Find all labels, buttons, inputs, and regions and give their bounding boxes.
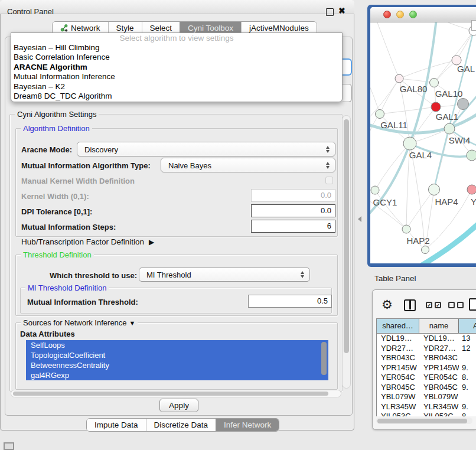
mi-algorithm-type-combo[interactable]: Naive Bayes <box>161 158 335 172</box>
bottom-tabbar: Impute Data Discretize Data Infer Networ… <box>86 418 279 432</box>
table-panel-title: Table Panel <box>374 274 416 283</box>
gear-icon[interactable]: ⚙ <box>382 298 393 312</box>
table-body[interactable]: YDL19…YDL19…13 YDR27…YDR27…12 YBR043CYBR… <box>376 334 476 416</box>
cell: YIL053C <box>377 412 419 416</box>
checked-box-icon: ✓ <box>426 302 432 308</box>
mi-steps-label: Mutual Information Steps: <box>21 223 116 231</box>
data-attributes-list[interactable]: SelfLoops TopologicalCoefficient Between… <box>26 340 328 380</box>
network-icon <box>60 24 68 32</box>
cell: 8. <box>459 412 476 416</box>
table-row[interactable]: YBL079WYBL079W <box>377 392 476 402</box>
minimize-traffic-light-icon[interactable] <box>396 11 404 18</box>
mi-threshold-label: Mutual Information Threshold: <box>27 298 138 306</box>
screen: Control Panel ✖ Network Style Select Cyn… <box>0 0 476 450</box>
checked-box-icon: ✓ <box>435 302 441 308</box>
table-horizontal-scrollbar-thumb[interactable] <box>377 419 467 423</box>
dropdown-item[interactable]: Bayesian – Hill Climbing <box>11 43 342 53</box>
node-hap4[interactable] <box>429 184 440 195</box>
apply-button[interactable]: Apply <box>159 399 198 412</box>
hub-definition-toggle[interactable]: Hub/Transcription Factor Definition▶ <box>21 237 154 246</box>
which-threshold-combo[interactable]: MI Threshold <box>139 268 310 282</box>
split-pane-handle-icon[interactable] <box>358 216 361 222</box>
column-header-name[interactable]: name <box>419 319 459 333</box>
attribute-item-selected[interactable]: gal4RGexp <box>26 370 328 380</box>
node-swi4[interactable] <box>467 150 476 161</box>
zoom-traffic-light-icon[interactable] <box>409 11 417 18</box>
node-gcy1[interactable] <box>371 186 379 194</box>
network-canvas[interactable]: GAL GAL80 GAL10 GAL1 GAL11 SWI4 GAL4 GCY… <box>370 22 476 263</box>
attributes-scrollbar-thumb[interactable] <box>321 342 327 375</box>
cell: 9. <box>459 402 476 412</box>
node-label-hap2: HAP2 <box>406 236 429 246</box>
node-gal1-red[interactable] <box>431 102 441 112</box>
cell: 8. <box>459 373 476 383</box>
settings-horizontal-scrollbar[interactable] <box>11 390 341 397</box>
table-row[interactable]: YPR145WYPR145W9. <box>377 363 476 373</box>
dropdown-item-selected[interactable]: ARACNE Algorithm <box>11 63 342 72</box>
tab-style-label: Style <box>116 24 134 32</box>
settings-horizontal-scrollbar-thumb[interactable] <box>13 392 328 396</box>
node-y-partial[interactable] <box>467 185 476 194</box>
cell: YIL053C <box>419 412 459 416</box>
network-side-control[interactable] <box>471 20 476 31</box>
node-gal1[interactable] <box>444 123 455 134</box>
node-gal80[interactable] <box>395 74 403 83</box>
table-row[interactable]: YBR043CYBR043C <box>377 353 476 363</box>
close-icon[interactable]: ✖ <box>338 6 345 15</box>
tab-discretize-data[interactable]: Discretize Data <box>146 419 216 431</box>
select-all-icon[interactable]: ✓ ✓ <box>426 302 441 308</box>
mi-threshold-field[interactable]: 0.5 <box>248 295 332 308</box>
tab-impute-data[interactable]: Impute Data <box>87 419 146 431</box>
settings-vertical-scrollbar-thumb[interactable] <box>344 119 349 353</box>
cell: 9. <box>459 363 476 373</box>
column-header-partial[interactable]: A <box>459 319 476 333</box>
collapsed-panel-icon[interactable] <box>4 442 14 450</box>
table-row[interactable]: YIL053CYIL053C8. <box>377 412 476 416</box>
manual-kernel-checkbox[interactable] <box>325 177 333 184</box>
algorithm-dropdown-popup: Select algorithm to view settings Bayesi… <box>11 32 343 102</box>
node-label-gcy1: GCY1 <box>373 197 397 207</box>
table-row[interactable]: YBR045CYBR045C9. <box>377 383 476 393</box>
node-gal10[interactable] <box>430 79 439 87</box>
attribute-item-selected[interactable]: TopologicalCoefficient <box>26 350 328 360</box>
cell <box>459 353 476 363</box>
control-panel-title: Control Panel <box>7 7 54 16</box>
mi-algorithm-type-value: Naive Bayes <box>168 161 211 169</box>
mi-steps-field[interactable]: 6 <box>251 220 335 233</box>
dropdown-item[interactable]: Bayesian – K2 <box>11 82 342 92</box>
network-combo-edge[interactable] <box>343 84 352 102</box>
network-view-frame: GAL GAL80 GAL10 GAL1 GAL11 SWI4 GAL4 GCY… <box>367 5 476 267</box>
table-row[interactable]: YER054CYER054C8. <box>377 373 476 383</box>
dropdown-item[interactable]: Mutual Information Inference <box>11 72 342 81</box>
attribute-item-selected[interactable]: SelfLoops <box>26 340 328 350</box>
node-hap2[interactable] <box>402 225 410 233</box>
dpi-tolerance-field[interactable]: 0.0 <box>251 204 335 217</box>
dropdown-item[interactable]: Dream8 DC_TDC Algorithm <box>11 92 342 101</box>
table-horizontal-scrollbar[interactable] <box>376 418 472 424</box>
dropdown-item[interactable]: Basic Correlation Inference <box>11 53 342 62</box>
settings-vertical-scrollbar[interactable] <box>342 115 351 389</box>
deselect-all-icon[interactable] <box>448 302 464 308</box>
node-gal11[interactable] <box>376 110 384 119</box>
cell: YLR345W <box>377 402 419 412</box>
algorithm-combo-edge[interactable] <box>343 58 352 76</box>
aracne-mode-combo[interactable]: Discovery <box>77 142 335 156</box>
close-traffic-light-icon[interactable] <box>383 11 391 18</box>
table-row[interactable]: YLR345WYLR345W9. <box>377 402 476 412</box>
column-header-shared[interactable]: shared… <box>377 319 419 333</box>
cell: YBR045C <box>419 383 459 393</box>
attribute-item-selected[interactable]: BetweennessCentrality <box>26 360 328 370</box>
table-row[interactable]: YDL19…YDL19…13 <box>377 334 476 344</box>
table-row[interactable]: YDR27…YDR27…12 <box>377 344 476 354</box>
cell: YBR045C <box>377 383 419 393</box>
kernel-width-field[interactable]: 0.0 <box>251 189 335 202</box>
file-icon[interactable] <box>469 298 476 311</box>
columns-icon[interactable] <box>404 299 416 311</box>
cell: 13 <box>459 334 476 344</box>
node-gal4[interactable] <box>403 137 416 150</box>
float-window-icon[interactable] <box>326 8 334 16</box>
node[interactable] <box>422 246 429 254</box>
tab-infer-network[interactable]: Infer Network <box>216 419 279 431</box>
node-gray[interactable] <box>458 99 469 110</box>
sources-group-title[interactable]: Sources for Network Inference▼ <box>21 318 138 327</box>
